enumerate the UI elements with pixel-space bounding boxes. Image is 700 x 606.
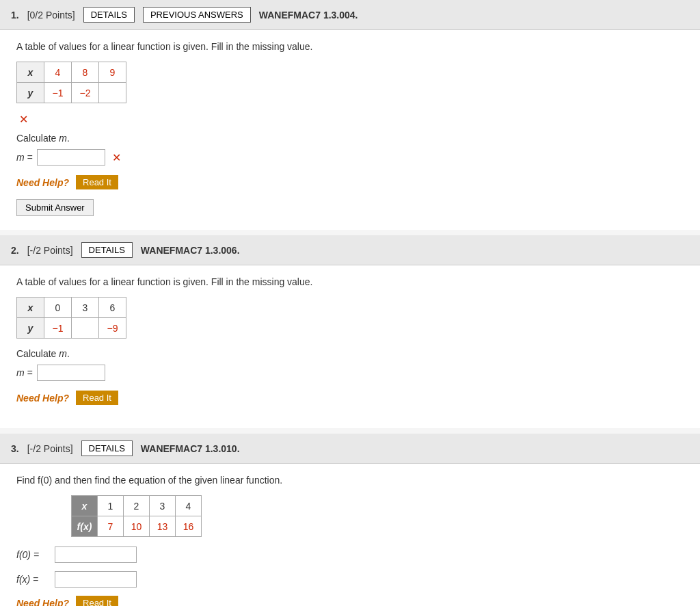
problem-2-details-button[interactable]: DETAILS (81, 242, 133, 258)
problem-2-calculate: Calculate m. (16, 348, 684, 359)
problem-2-code: WANEFMAC7 1.3.006. (141, 245, 240, 256)
problem-1-code: WANEFMAC7 1.3.004. (259, 10, 358, 21)
table-1-y-label: y (17, 83, 44, 103)
problem-1-number: 1. (11, 10, 19, 21)
table-3-x-label: x (72, 496, 98, 516)
problem-3-f0-input[interactable] (55, 546, 137, 563)
problem-3-read-it-button[interactable]: Read It (76, 596, 118, 606)
problem-1-instruction: A table of values for a linear function … (16, 41, 684, 52)
problem-3-f0-row: f(0) = (16, 546, 684, 563)
problem-1: 1. [0/2 Points] DETAILS PREVIOUS ANSWERS… (0, 0, 700, 230)
problem-1-points: [0/2 Points] (27, 10, 75, 21)
table-2-y-2: −9 (99, 318, 126, 339)
table-3-fx-1: 10 (124, 516, 150, 537)
table-1-x-0: 4 (44, 62, 72, 83)
problem-2-instruction: A table of values for a linear function … (16, 276, 684, 287)
problem-1-submit-button[interactable]: Submit Answer (16, 199, 94, 216)
problem-2: 2. [-/2 Points] DETAILS WANEFMAC7 1.3.00… (0, 235, 700, 428)
table-3-fx-0: 7 (98, 516, 124, 537)
table-2-y-label: y (17, 318, 44, 339)
table-3-x-1: 2 (124, 496, 150, 516)
table-1-x-label: x (17, 62, 44, 83)
problem-1-header: 1. [0/2 Points] DETAILS PREVIOUS ANSWERS… (0, 0, 700, 30)
table-2-y-1-input[interactable] (73, 319, 98, 337)
problem-1-m-label: m = (16, 152, 33, 163)
problem-1-prev-answers-button[interactable]: PREVIOUS ANSWERS (143, 7, 251, 23)
table-1-y-2-input[interactable] (100, 84, 125, 102)
problem-1-read-it-button[interactable]: Read It (76, 175, 118, 189)
problem-1-m-x-mark: ✕ (112, 151, 121, 164)
problem-3-f0-label: f(0) = (16, 549, 51, 560)
table-1-y-1: −2 (72, 83, 99, 103)
table-3-x-0: 1 (98, 496, 124, 516)
problem-2-m-input[interactable] (37, 365, 105, 381)
problem-3: 3. [-/2 Points] DETAILS WANEFMAC7 1.3.01… (0, 434, 700, 606)
problem-3-need-help-text: Need Help? (16, 598, 69, 607)
problem-2-number: 2. (11, 245, 19, 256)
problem-1-table: x 4 8 9 y −1 −2 (16, 62, 126, 103)
table-1-x-1: 8 (72, 62, 99, 83)
problem-1-details-button[interactable]: DETAILS (83, 7, 135, 23)
problem-3-header: 3. [-/2 Points] DETAILS WANEFMAC7 1.3.01… (0, 434, 700, 464)
problem-1-m-input[interactable] (37, 149, 105, 166)
table-2-x-0: 0 (44, 298, 72, 318)
problem-2-points: [-/2 Points] (27, 245, 73, 256)
table-3-x-2: 3 (150, 496, 176, 516)
problem-2-body: A table of values for a linear function … (0, 265, 700, 428)
table-3-fx-label: f(x) (72, 516, 98, 537)
table-1-x-2: 9 (99, 62, 126, 83)
table-3-fx-3: 16 (176, 516, 202, 537)
problem-1-body: A table of values for a linear function … (0, 30, 700, 230)
problem-1-calculate: Calculate m. (16, 133, 684, 144)
problem-2-read-it-button[interactable]: Read It (76, 391, 118, 405)
table-1-y-0: −1 (44, 83, 72, 103)
table-1-x-mark: ✕ (19, 114, 28, 125)
problem-1-need-help-text: Need Help? (16, 177, 69, 188)
table-3-fx-2: 13 (150, 516, 176, 537)
problem-2-need-help-row: Need Help? Read It (16, 391, 684, 405)
problem-3-details-button[interactable]: DETAILS (81, 440, 133, 456)
problem-2-m-row: m = (16, 365, 684, 381)
problem-3-points: [-/2 Points] (27, 443, 73, 454)
table-3-x-3: 4 (176, 496, 202, 516)
problem-3-body: Find f(0) and then find the equation of … (0, 464, 700, 606)
table-1-y-2-cell (99, 83, 126, 103)
problem-3-number: 3. (11, 443, 19, 454)
problem-1-need-help-row: Need Help? Read It (16, 175, 684, 189)
problem-3-fx-row: f(x) = (16, 571, 684, 588)
problem-3-need-help-row: Need Help? Read It (16, 596, 684, 606)
problem-3-fx-eq-label: f(x) = (16, 574, 51, 585)
problem-3-code: WANEFMAC7 1.3.010. (141, 443, 240, 454)
problem-2-header: 2. [-/2 Points] DETAILS WANEFMAC7 1.3.00… (0, 235, 700, 265)
problem-2-need-help-text: Need Help? (16, 393, 69, 404)
problem-1-m-row: m = ✕ (16, 149, 684, 166)
problem-3-fx-input[interactable] (55, 571, 137, 588)
problem-2-table: x 0 3 6 y −1 −9 (16, 297, 126, 339)
table-2-y-1-cell (72, 318, 99, 339)
table-2-x-label: x (17, 298, 44, 318)
problem-3-instruction: Find f(0) and then find the equation of … (16, 475, 684, 486)
problem-3-table: x 1 2 3 4 f(x) 7 10 13 16 (71, 495, 202, 537)
table-2-y-0: −1 (44, 318, 72, 339)
problem-2-m-label: m = (16, 367, 33, 378)
table-2-x-1: 3 (72, 298, 99, 318)
table-2-x-2: 6 (99, 298, 126, 318)
